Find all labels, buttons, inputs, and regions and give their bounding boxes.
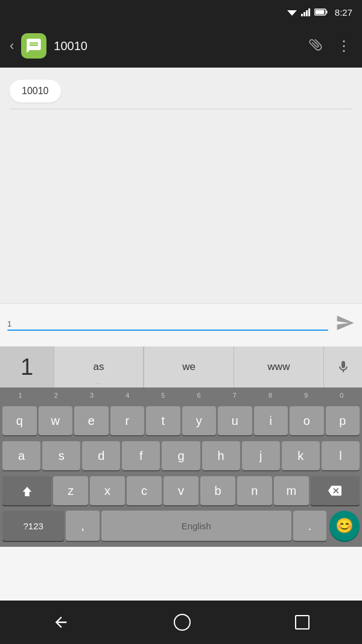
- key-n[interactable]: n: [237, 476, 272, 505]
- app-bar: ‹ 10010 ⋮: [0, 24, 362, 68]
- suggestions-area: as ··· we www: [54, 346, 323, 387]
- status-bar: 8:27: [0, 0, 362, 24]
- key-row-1: q w e r t y u i o p: [0, 403, 362, 438]
- sms-icon: [25, 37, 42, 54]
- key-y[interactable]: y: [182, 406, 217, 435]
- attach-icon[interactable]: [304, 33, 329, 58]
- svg-rect-2: [303, 12, 305, 16]
- key-b[interactable]: b: [200, 476, 235, 505]
- hint-0: 0: [324, 392, 360, 399]
- key-z[interactable]: z: [53, 476, 88, 505]
- hint-6: 6: [181, 392, 217, 399]
- key-m[interactable]: m: [274, 476, 309, 505]
- send-button[interactable]: [335, 313, 355, 337]
- shift-icon: [21, 484, 34, 497]
- menu-icon[interactable]: ⋮: [337, 37, 352, 54]
- key-row-3: z x c v b n m: [0, 473, 362, 508]
- hint-2: 2: [38, 392, 74, 399]
- back-button[interactable]: ‹: [10, 38, 14, 54]
- svg-marker-0: [287, 10, 297, 16]
- svg-rect-8: [25, 495, 29, 496]
- emoji-key[interactable]: 😊: [329, 511, 360, 541]
- bottom-key-row: ?123 , English . 😊: [0, 508, 362, 547]
- hint-5: 5: [145, 392, 181, 399]
- delete-key[interactable]: [311, 476, 360, 505]
- space-key[interactable]: English: [101, 511, 291, 541]
- svg-rect-6: [326, 11, 327, 14]
- key-q[interactable]: q: [2, 406, 37, 435]
- hint-7: 7: [217, 392, 252, 399]
- key-i[interactable]: i: [254, 406, 288, 435]
- hint-3: 3: [74, 392, 109, 399]
- shift-key[interactable]: [2, 476, 51, 505]
- key-1-large[interactable]: 1: [0, 346, 54, 387]
- text-input-wrap: 1: [7, 319, 328, 331]
- key-a[interactable]: a: [2, 441, 40, 470]
- comma-key[interactable]: ,: [66, 511, 99, 541]
- key-x[interactable]: x: [90, 476, 125, 505]
- key-d[interactable]: d: [82, 441, 120, 470]
- key-f[interactable]: f: [122, 441, 160, 470]
- hint-9: 9: [288, 392, 324, 399]
- num-key[interactable]: ?123: [2, 511, 64, 541]
- svg-rect-7: [315, 10, 324, 14]
- svg-rect-1: [301, 14, 303, 16]
- number-hints-row: 1 2 3 4 5 6 7 8 9 0: [0, 387, 362, 403]
- key-l[interactable]: l: [322, 441, 360, 470]
- hint-8: 8: [252, 392, 288, 399]
- input-area: 1: [0, 303, 362, 346]
- delete-icon: [328, 484, 341, 497]
- key-r[interactable]: r: [110, 406, 145, 435]
- key-v[interactable]: v: [164, 476, 198, 505]
- wifi-icon: [287, 8, 297, 16]
- signal-icon: [301, 8, 311, 16]
- nav-recent-button[interactable]: [295, 615, 310, 630]
- key-row-2: a s d f g h j k l: [0, 438, 362, 473]
- input-underline: [7, 330, 328, 331]
- keyboard: q w e r t y u i o p a s d f g h j k l z …: [0, 403, 362, 508]
- back-nav-icon: [52, 614, 69, 631]
- key-p[interactable]: p: [326, 406, 360, 435]
- key-j[interactable]: j: [242, 441, 280, 470]
- svg-rect-4: [308, 8, 310, 16]
- recent-square-icon: [295, 615, 310, 630]
- suggestion-as[interactable]: as ···: [54, 346, 144, 387]
- contact-name: 10010: [54, 39, 302, 53]
- nav-back-button[interactable]: [52, 614, 69, 631]
- hint-1: 1: [2, 392, 38, 399]
- key-k[interactable]: k: [282, 441, 320, 470]
- key-g[interactable]: g: [162, 441, 200, 470]
- key-e[interactable]: e: [74, 406, 109, 435]
- key-w[interactable]: w: [39, 406, 73, 435]
- key-h[interactable]: h: [202, 441, 240, 470]
- app-icon: [21, 33, 46, 59]
- mic-button[interactable]: [323, 346, 362, 387]
- key-s[interactable]: s: [42, 441, 80, 470]
- message-bubble: 10010: [10, 80, 61, 103]
- home-circle-icon: [174, 614, 191, 631]
- key-c[interactable]: c: [127, 476, 162, 505]
- svg-rect-3: [306, 10, 308, 16]
- paperclip-icon: [304, 33, 326, 56]
- key-t[interactable]: t: [146, 406, 180, 435]
- suggestion-we[interactable]: we: [144, 346, 234, 387]
- suggestion-row: 1 as ··· we www: [0, 346, 362, 387]
- battery-icon: [314, 8, 328, 16]
- input-value: 1: [7, 319, 328, 328]
- messages-area: 10010: [0, 68, 362, 303]
- suggestion-www[interactable]: www: [234, 346, 323, 387]
- period-key[interactable]: .: [293, 511, 326, 541]
- nav-home-button[interactable]: [174, 614, 191, 631]
- key-o[interactable]: o: [290, 406, 324, 435]
- status-time: 8:27: [335, 7, 352, 18]
- nav-bar: [0, 601, 362, 644]
- mic-icon: [336, 360, 351, 374]
- key-u[interactable]: u: [218, 406, 252, 435]
- message-divider: [10, 109, 352, 109]
- hint-4: 4: [110, 392, 145, 399]
